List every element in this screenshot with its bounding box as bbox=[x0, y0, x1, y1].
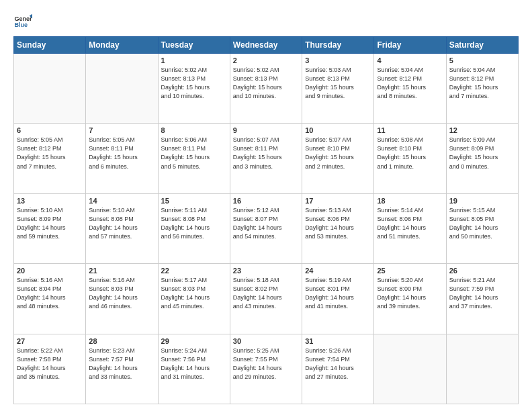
day-info: Sunrise: 5:11 AM Sunset: 8:08 PM Dayligh… bbox=[161, 206, 227, 241]
day-number: 17 bbox=[305, 197, 371, 205]
day-cell: 17Sunrise: 5:13 AM Sunset: 8:06 PM Dayli… bbox=[302, 193, 374, 263]
weekday-thursday: Thursday bbox=[302, 37, 374, 54]
day-cell: 30Sunrise: 5:25 AM Sunset: 7:55 PM Dayli… bbox=[230, 334, 302, 404]
day-number: 13 bbox=[17, 197, 83, 205]
day-info: Sunrise: 5:15 AM Sunset: 8:05 PM Dayligh… bbox=[449, 206, 515, 241]
week-row-5: 27Sunrise: 5:22 AM Sunset: 7:58 PM Dayli… bbox=[14, 334, 519, 404]
day-number: 4 bbox=[377, 56, 443, 64]
day-cell: 14Sunrise: 5:10 AM Sunset: 8:08 PM Dayli… bbox=[86, 193, 158, 263]
day-cell: 8Sunrise: 5:06 AM Sunset: 8:11 PM Daylig… bbox=[158, 124, 230, 193]
day-number: 12 bbox=[449, 126, 515, 134]
day-cell: 6Sunrise: 5:05 AM Sunset: 8:12 PM Daylig… bbox=[14, 124, 86, 193]
day-cell: 26Sunrise: 5:21 AM Sunset: 7:59 PM Dayli… bbox=[446, 264, 518, 334]
day-number: 20 bbox=[17, 267, 83, 275]
week-row-2: 6Sunrise: 5:05 AM Sunset: 8:12 PM Daylig… bbox=[14, 124, 519, 193]
day-info: Sunrise: 5:07 AM Sunset: 8:11 PM Dayligh… bbox=[233, 136, 299, 171]
day-cell: 29Sunrise: 5:24 AM Sunset: 7:56 PM Dayli… bbox=[158, 334, 230, 404]
day-number: 14 bbox=[89, 197, 154, 205]
day-info: Sunrise: 5:07 AM Sunset: 8:10 PM Dayligh… bbox=[305, 136, 371, 171]
day-info: Sunrise: 5:02 AM Sunset: 8:13 PM Dayligh… bbox=[233, 66, 299, 101]
day-info: Sunrise: 5:10 AM Sunset: 8:09 PM Dayligh… bbox=[17, 206, 83, 241]
day-cell: 19Sunrise: 5:15 AM Sunset: 8:05 PM Dayli… bbox=[446, 193, 518, 263]
day-cell bbox=[374, 334, 446, 404]
day-number: 15 bbox=[161, 197, 227, 205]
day-info: Sunrise: 5:08 AM Sunset: 8:10 PM Dayligh… bbox=[377, 136, 443, 171]
day-info: Sunrise: 5:14 AM Sunset: 8:06 PM Dayligh… bbox=[377, 206, 443, 241]
day-info: Sunrise: 5:02 AM Sunset: 8:13 PM Dayligh… bbox=[161, 66, 227, 101]
week-row-3: 13Sunrise: 5:10 AM Sunset: 8:09 PM Dayli… bbox=[14, 193, 519, 263]
day-cell: 5Sunrise: 5:04 AM Sunset: 8:12 PM Daylig… bbox=[446, 54, 518, 124]
day-cell: 12Sunrise: 5:09 AM Sunset: 8:09 PM Dayli… bbox=[446, 124, 518, 193]
day-info: Sunrise: 5:26 AM Sunset: 7:54 PM Dayligh… bbox=[305, 347, 371, 381]
day-cell: 27Sunrise: 5:22 AM Sunset: 7:58 PM Dayli… bbox=[14, 334, 86, 404]
day-info: Sunrise: 5:04 AM Sunset: 8:12 PM Dayligh… bbox=[377, 66, 443, 101]
day-cell: 16Sunrise: 5:12 AM Sunset: 8:07 PM Dayli… bbox=[230, 193, 302, 263]
day-number: 11 bbox=[377, 126, 443, 134]
day-info: Sunrise: 5:23 AM Sunset: 7:57 PM Dayligh… bbox=[89, 347, 154, 381]
day-number: 22 bbox=[161, 267, 227, 275]
weekday-saturday: Saturday bbox=[446, 37, 518, 54]
svg-text:General: General bbox=[14, 15, 32, 22]
page: General Blue SundayMondayTuesdayWednesda… bbox=[0, 0, 532, 411]
weekday-wednesday: Wednesday bbox=[230, 37, 302, 54]
logo-icon: General Blue bbox=[13, 12, 32, 31]
day-cell: 21Sunrise: 5:16 AM Sunset: 8:03 PM Dayli… bbox=[86, 264, 158, 334]
week-row-4: 20Sunrise: 5:16 AM Sunset: 8:04 PM Dayli… bbox=[14, 264, 519, 334]
day-number: 8 bbox=[161, 126, 227, 134]
day-cell: 18Sunrise: 5:14 AM Sunset: 8:06 PM Dayli… bbox=[374, 193, 446, 263]
day-number: 29 bbox=[161, 337, 227, 345]
day-number: 3 bbox=[305, 56, 371, 64]
day-number: 10 bbox=[305, 126, 371, 134]
day-info: Sunrise: 5:09 AM Sunset: 8:09 PM Dayligh… bbox=[449, 136, 515, 171]
day-number: 16 bbox=[233, 197, 299, 205]
day-cell: 28Sunrise: 5:23 AM Sunset: 7:57 PM Dayli… bbox=[86, 334, 158, 404]
day-number: 28 bbox=[89, 337, 154, 345]
day-number: 31 bbox=[305, 337, 371, 345]
weekday-tuesday: Tuesday bbox=[158, 37, 230, 54]
day-number: 27 bbox=[17, 337, 83, 345]
day-info: Sunrise: 5:06 AM Sunset: 8:11 PM Dayligh… bbox=[161, 136, 227, 171]
day-info: Sunrise: 5:22 AM Sunset: 7:58 PM Dayligh… bbox=[17, 347, 83, 381]
day-info: Sunrise: 5:16 AM Sunset: 8:04 PM Dayligh… bbox=[17, 276, 83, 311]
day-info: Sunrise: 5:24 AM Sunset: 7:56 PM Dayligh… bbox=[161, 347, 227, 381]
calendar: SundayMondayTuesdayWednesdayThursdayFrid… bbox=[13, 36, 519, 404]
day-cell bbox=[86, 54, 158, 124]
day-info: Sunrise: 5:05 AM Sunset: 8:12 PM Dayligh… bbox=[17, 136, 83, 171]
day-cell: 7Sunrise: 5:05 AM Sunset: 8:11 PM Daylig… bbox=[86, 124, 158, 193]
day-info: Sunrise: 5:20 AM Sunset: 8:00 PM Dayligh… bbox=[377, 276, 443, 311]
day-info: Sunrise: 5:12 AM Sunset: 8:07 PM Dayligh… bbox=[233, 206, 299, 241]
day-cell: 1Sunrise: 5:02 AM Sunset: 8:13 PM Daylig… bbox=[158, 54, 230, 124]
weekday-header-row: SundayMondayTuesdayWednesdayThursdayFrid… bbox=[14, 37, 519, 54]
day-number: 7 bbox=[89, 126, 154, 134]
day-cell: 4Sunrise: 5:04 AM Sunset: 8:12 PM Daylig… bbox=[374, 54, 446, 124]
day-number: 6 bbox=[17, 126, 83, 134]
weekday-friday: Friday bbox=[374, 37, 446, 54]
header: General Blue bbox=[13, 12, 519, 31]
day-cell bbox=[14, 54, 86, 124]
day-info: Sunrise: 5:18 AM Sunset: 8:02 PM Dayligh… bbox=[233, 276, 299, 311]
day-cell: 9Sunrise: 5:07 AM Sunset: 8:11 PM Daylig… bbox=[230, 124, 302, 193]
day-cell: 22Sunrise: 5:17 AM Sunset: 8:03 PM Dayli… bbox=[158, 264, 230, 334]
day-cell: 31Sunrise: 5:26 AM Sunset: 7:54 PM Dayli… bbox=[302, 334, 374, 404]
day-number: 2 bbox=[233, 56, 299, 64]
day-info: Sunrise: 5:04 AM Sunset: 8:12 PM Dayligh… bbox=[449, 66, 515, 101]
day-cell bbox=[446, 334, 518, 404]
day-info: Sunrise: 5:05 AM Sunset: 8:11 PM Dayligh… bbox=[89, 136, 154, 171]
day-info: Sunrise: 5:17 AM Sunset: 8:03 PM Dayligh… bbox=[161, 276, 227, 311]
weekday-sunday: Sunday bbox=[14, 37, 86, 54]
day-info: Sunrise: 5:13 AM Sunset: 8:06 PM Dayligh… bbox=[305, 206, 371, 241]
day-number: 19 bbox=[449, 197, 515, 205]
day-number: 21 bbox=[89, 267, 154, 275]
day-number: 9 bbox=[233, 126, 299, 134]
day-number: 1 bbox=[161, 56, 227, 64]
day-cell: 24Sunrise: 5:19 AM Sunset: 8:01 PM Dayli… bbox=[302, 264, 374, 334]
svg-text:Blue: Blue bbox=[14, 21, 28, 28]
day-number: 18 bbox=[377, 197, 443, 205]
day-number: 30 bbox=[233, 337, 299, 345]
day-cell: 23Sunrise: 5:18 AM Sunset: 8:02 PM Dayli… bbox=[230, 264, 302, 334]
day-cell: 15Sunrise: 5:11 AM Sunset: 8:08 PM Dayli… bbox=[158, 193, 230, 263]
day-info: Sunrise: 5:16 AM Sunset: 8:03 PM Dayligh… bbox=[89, 276, 154, 311]
day-info: Sunrise: 5:03 AM Sunset: 8:13 PM Dayligh… bbox=[305, 66, 371, 101]
day-info: Sunrise: 5:21 AM Sunset: 7:59 PM Dayligh… bbox=[449, 276, 515, 311]
day-info: Sunrise: 5:10 AM Sunset: 8:08 PM Dayligh… bbox=[89, 206, 154, 241]
